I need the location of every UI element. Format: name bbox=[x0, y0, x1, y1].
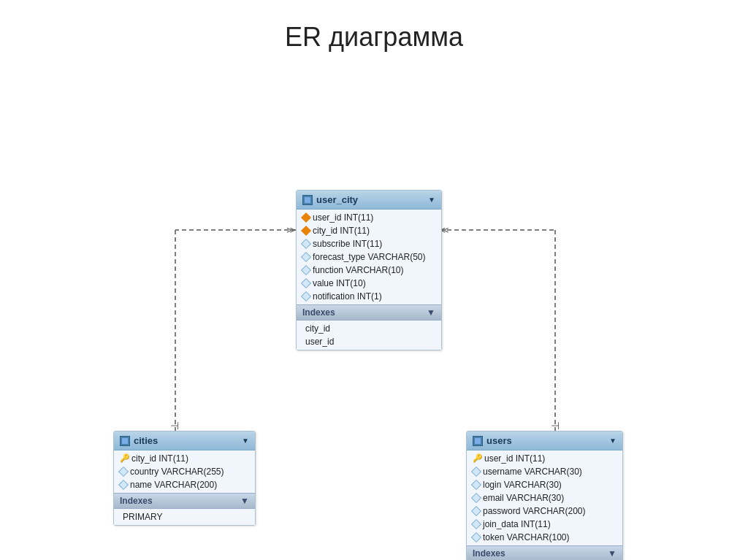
field-row: 🔑 city_id INT(11) bbox=[114, 452, 255, 465]
field-row: name VARCHAR(200) bbox=[114, 478, 255, 491]
field-text: city_id INT(11) bbox=[131, 453, 188, 464]
pk-icon bbox=[301, 212, 311, 223]
pk-icon bbox=[301, 226, 311, 236]
table-user-city-icon bbox=[302, 195, 313, 205]
indexes-label: Indexes bbox=[302, 307, 335, 318]
field-icon bbox=[301, 252, 311, 262]
table-user-city-name: user_city bbox=[316, 194, 358, 205]
field-text: join_data INT(11) bbox=[483, 519, 551, 529]
field-text: notification INT(1) bbox=[313, 291, 382, 302]
indexes-label: Indexes bbox=[120, 496, 153, 506]
table-cities-name: cities bbox=[134, 435, 158, 446]
field-text: value INT(10) bbox=[313, 278, 366, 288]
field-icon bbox=[471, 519, 481, 529]
field-icon bbox=[301, 278, 311, 288]
field-row: city_id INT(11) bbox=[297, 224, 441, 237]
table-users-fields: 🔑 user_id INT(11) username VARCHAR(30) l… bbox=[467, 450, 622, 545]
field-text: token VARCHAR(100) bbox=[483, 532, 570, 542]
table-user-city-arrow[interactable]: ▼ bbox=[428, 196, 435, 204]
svg-text:⊣: ⊣ bbox=[170, 420, 179, 431]
table-user-city-fields: user_id INT(11) city_id INT(11) subscrib… bbox=[297, 210, 441, 304]
table-user-city-indexes-body: city_id user_id bbox=[297, 321, 441, 350]
indexes-arrow[interactable]: ▼ bbox=[427, 307, 435, 318]
indexes-arrow[interactable]: ▼ bbox=[240, 496, 249, 506]
table-users-name: users bbox=[486, 435, 512, 446]
field-row: email VARCHAR(30) bbox=[467, 491, 622, 505]
field-text: forecast_type VARCHAR(50) bbox=[313, 252, 426, 262]
diagram-area: ⊣ ≫ ⊣ ≪ user_city ▼ user_id INT(11) ci bbox=[0, 73, 748, 560]
field-row: notification INT(1) bbox=[297, 290, 441, 303]
field-text: login VARCHAR(30) bbox=[483, 480, 562, 490]
field-row: user_id INT(11) bbox=[297, 211, 441, 224]
table-users: users ▼ 🔑 user_id INT(11) username VARCH… bbox=[466, 431, 623, 560]
field-row: join_data INT(11) bbox=[467, 518, 622, 531]
table-cities-fields: 🔑 city_id INT(11) country VARCHAR(255) n… bbox=[114, 450, 255, 493]
field-icon bbox=[471, 532, 481, 542]
table-users-icon bbox=[473, 436, 483, 446]
svg-text:⊣: ⊣ bbox=[551, 420, 560, 431]
table-cities-icon bbox=[120, 436, 130, 446]
field-icon bbox=[471, 467, 481, 477]
field-icon bbox=[471, 506, 481, 516]
field-text: email VARCHAR(30) bbox=[483, 493, 564, 503]
field-text: city_id INT(11) bbox=[313, 226, 370, 236]
field-text: function VARCHAR(10) bbox=[313, 265, 404, 275]
field-row: subscribe INT(11) bbox=[297, 237, 441, 250]
indexes-label: Indexes bbox=[473, 548, 505, 559]
table-user-city-indexes-header: Indexes ▼ bbox=[297, 304, 441, 321]
field-icon bbox=[301, 291, 311, 302]
page-title: ER диаграмма bbox=[0, 0, 748, 53]
key-icon: 🔑 bbox=[473, 454, 481, 463]
table-user-city: user_city ▼ user_id INT(11) city_id INT(… bbox=[296, 190, 442, 350]
field-row: 🔑 user_id INT(11) bbox=[467, 452, 622, 465]
svg-text:≫: ≫ bbox=[286, 225, 296, 235]
table-users-arrow[interactable]: ▼ bbox=[609, 437, 617, 445]
index-row: PRIMARY bbox=[114, 510, 255, 523]
field-icon bbox=[118, 467, 129, 477]
field-row: login VARCHAR(30) bbox=[467, 478, 622, 491]
index-row: city_id bbox=[297, 322, 441, 335]
field-icon bbox=[471, 493, 481, 503]
field-text: user_id INT(11) bbox=[313, 212, 373, 223]
table-cities: cities ▼ 🔑 city_id INT(11) country VARCH… bbox=[113, 431, 256, 526]
field-row: username VARCHAR(30) bbox=[467, 465, 622, 478]
table-cities-header: cities ▼ bbox=[114, 431, 255, 450]
field-row: password VARCHAR(200) bbox=[467, 505, 622, 518]
field-row: country VARCHAR(255) bbox=[114, 465, 255, 478]
key-icon: 🔑 bbox=[120, 454, 129, 463]
field-row: function VARCHAR(10) bbox=[297, 264, 441, 277]
field-text: subscribe INT(11) bbox=[313, 239, 382, 249]
field-text: user_id INT(11) bbox=[484, 453, 545, 464]
field-icon bbox=[301, 239, 311, 249]
field-row: value INT(10) bbox=[297, 277, 441, 290]
field-text: name VARCHAR(200) bbox=[130, 480, 217, 490]
indexes-arrow[interactable]: ▼ bbox=[608, 548, 617, 559]
index-row: user_id bbox=[297, 335, 441, 348]
field-icon bbox=[118, 480, 129, 490]
table-users-indexes-header: Indexes ▼ bbox=[467, 545, 622, 560]
table-user-city-header: user_city ▼ bbox=[297, 191, 441, 210]
field-row: forecast_type VARCHAR(50) bbox=[297, 250, 441, 264]
field-text: country VARCHAR(255) bbox=[130, 467, 224, 477]
field-text: password VARCHAR(200) bbox=[483, 506, 586, 516]
field-icon bbox=[471, 480, 481, 490]
field-icon bbox=[301, 265, 311, 275]
table-cities-arrow[interactable]: ▼ bbox=[242, 437, 249, 445]
table-cities-indexes-header: Indexes ▼ bbox=[114, 493, 255, 509]
table-cities-indexes-body: PRIMARY bbox=[114, 509, 255, 525]
table-users-header: users ▼ bbox=[467, 431, 622, 450]
field-row: token VARCHAR(100) bbox=[467, 531, 622, 544]
field-text: username VARCHAR(30) bbox=[483, 467, 582, 477]
